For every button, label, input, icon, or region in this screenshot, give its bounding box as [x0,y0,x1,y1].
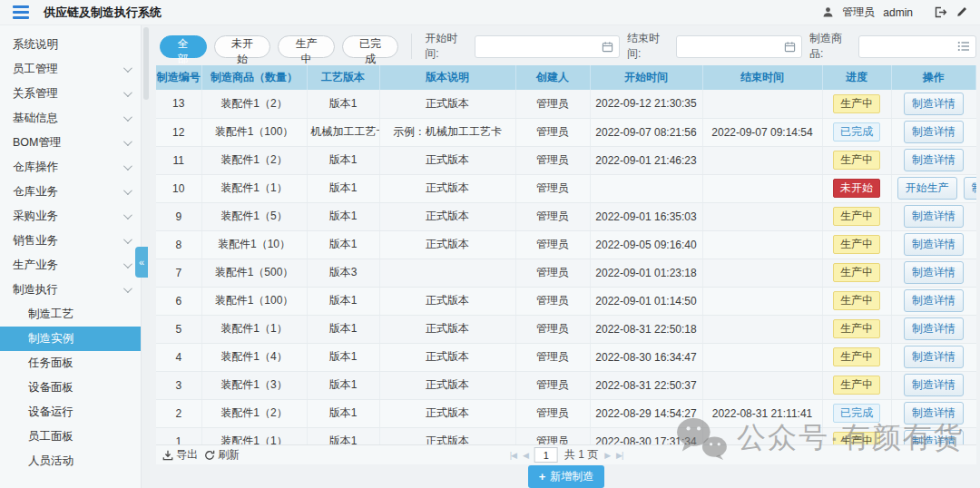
page-number-input[interactable]: 1 [534,447,558,463]
column-header[interactable]: 操作 [891,65,976,90]
menu-icon[interactable] [13,5,29,19]
cell-id: 4 [156,343,201,371]
cell-progress: 生产中 [822,230,891,259]
start-production-button[interactable]: 开始生产 [897,177,957,200]
manufacture-detail-button[interactable]: 制造详情 [904,205,964,228]
sidebar-item[interactable]: 仓库业务 [0,180,141,204]
end-time-input[interactable] [676,35,802,58]
cell-operations: 制造详情 [891,427,976,444]
sidebar-item[interactable]: 设备运行 [0,400,141,425]
page-total-label: 共 1 页 [564,447,598,463]
logout-icon[interactable] [934,6,947,18]
sidebar-item[interactable]: BOM管理 [0,131,141,155]
cell-operations: 制造详情 [891,343,976,371]
export-button[interactable]: 导出 [162,447,198,463]
table-footer: 导出 刷新 |◀ ◀ 1 共 1 页 ▶ ▶| [156,444,976,464]
calendar-icon[interactable] [784,41,796,53]
status-badge: 生产中 [833,207,880,226]
sidebar-item[interactable]: 制造工艺 [0,302,141,327]
sidebar-item[interactable]: 生产业务 [0,253,141,278]
sidebar-item[interactable]: 销售业务 [0,229,141,253]
cell-product: 装配件1（2） [201,90,307,118]
start-time-input[interactable] [475,35,620,58]
sidebar-item[interactable]: 员工面板 [0,425,141,449]
cell-start-time: 2022-08-29 14:54:27 [590,399,702,427]
column-header[interactable]: 进度 [822,65,891,90]
cell-progress: 未开始 [822,174,891,202]
manufacture-detail-button[interactable]: 制造详情 [904,233,964,256]
cell-progress: 生产中 [822,315,891,343]
table-row: 2 装配件1（2） 版本1 正式版本 管理员 2022-08-29 14:54:… [156,399,976,427]
cell-start-time [590,174,702,202]
sidebar-item[interactable]: 设备面板 [0,376,141,400]
column-header[interactable]: 制造编号 [156,65,201,90]
refresh-button[interactable]: 刷新 [204,447,240,463]
product-input[interactable] [858,35,976,58]
chevron-down-icon [123,88,132,97]
column-header[interactable]: 制造商品（数量） [201,65,307,90]
cell-version-desc: 示例：机械加工工艺卡 [379,118,515,146]
column-header[interactable]: 工艺版本 [307,65,379,90]
chevron-down-icon [123,161,132,171]
next-page-icon[interactable]: ▶ [604,451,610,460]
scrollbar-thumb[interactable] [143,27,149,100]
sidebar-item[interactable]: 采购业务 [0,204,141,229]
prev-page-icon[interactable]: ◀ [523,451,528,460]
manufacture-detail-button[interactable]: 制造详情 [904,430,964,444]
cell-operations: 制造详情 [891,202,976,230]
cell-end-time [702,146,822,174]
status-badge: 未开始 [833,179,880,198]
cell-id: 5 [156,315,201,343]
sidebar-item[interactable]: 关系管理 [0,82,141,106]
manufacture-detail-button[interactable]: 制造详情 [904,289,964,312]
first-page-icon[interactable]: |◀ [510,451,516,460]
list-select-icon[interactable] [957,41,970,52]
cell-version: 版本1 [307,427,379,444]
manufacture-detail-button[interactable]: 制造详情 [904,93,964,115]
sidebar-item[interactable]: 仓库操作 [0,155,141,180]
status-filter-tab[interactable]: 已完成 [342,35,399,58]
column-header[interactable]: 版本说明 [379,65,515,90]
cell-start-time: 2022-09-01 21:46:23 [590,146,702,174]
cell-end-time [702,259,822,287]
cell-end-time [702,343,822,371]
user-icon [822,6,834,18]
sidebar-item[interactable]: 任务面板 [0,351,141,376]
manufacture-detail-button[interactable]: 制造详情 [904,317,964,340]
status-filter-tab[interactable]: 全部 [160,35,207,58]
status-filter-tab[interactable]: 生产中 [278,35,335,58]
cell-progress: 生产中 [822,90,891,118]
edit-pen-icon[interactable] [956,6,967,18]
sidebar-item[interactable]: 制造实例 [0,327,141,351]
status-badge: 生产中 [833,432,880,444]
calendar-icon[interactable] [602,41,613,53]
sidebar-item-label: 设备运行 [28,405,74,420]
manufacture-detail-button[interactable]: 制造详情 [904,346,964,368]
column-header[interactable]: 开始时间 [590,65,702,90]
cell-start-time: 2022-08-30 16:34:47 [590,343,702,371]
manufacture-detail-button[interactable]: 制造详情 [904,121,964,143]
manufacture-detail-button[interactable]: 制造详情 [904,402,964,425]
column-header[interactable]: 创建人 [515,65,590,90]
last-page-icon[interactable]: ▶| [616,451,622,460]
end-time-label: 结束时间: [627,31,669,62]
sidebar-item[interactable]: 基础信息 [0,106,141,131]
add-manufacture-button[interactable]: + 新增制造 [528,465,605,488]
cell-version-desc: 正式版本 [379,371,515,399]
cell-creator: 管理员 [515,315,590,343]
sidebar-item-label: 制造工艺 [28,307,74,322]
cell-end-time: 2022-08-31 21:11:41 [702,399,822,427]
manufacture-detail-button[interactable]: 制造详情 [904,374,964,396]
status-filter-tab[interactable]: 未开始 [214,35,271,58]
sidebar-item[interactable]: 系统说明 [0,33,141,57]
manufacture-detail-button[interactable]: 制造详情 [904,149,964,171]
manufacture-detail-button[interactable]: 制造详情 [964,177,976,200]
sidebar-item[interactable]: 制造执行 [0,278,141,302]
manufacture-detail-button[interactable]: 制造详情 [904,261,964,284]
sidebar-item[interactable]: 人员活动 [0,449,141,473]
sidebar-item[interactable]: 员工管理 [0,57,141,82]
column-header[interactable]: 结束时间 [702,65,822,90]
cell-end-time [702,427,822,444]
sidebar-collapse-button[interactable]: « [135,247,148,278]
cell-creator: 管理员 [515,202,590,230]
